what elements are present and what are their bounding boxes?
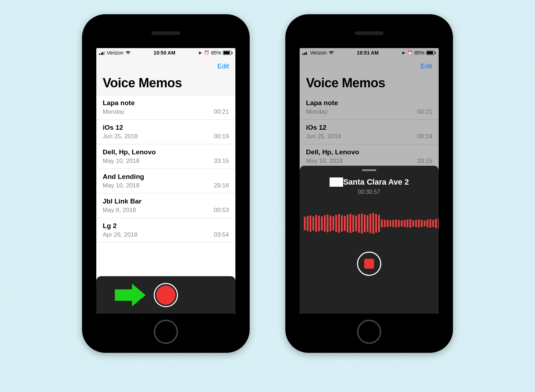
memo-date: Monday [103,108,124,115]
record-bar [96,276,235,314]
signal-icon [302,51,309,55]
memo-title: Dell, Hp, Lenovo [306,148,432,156]
title-bar: Voice Memos [300,74,439,95]
recording-title-row: Santa Clara Ave 2 [330,177,409,187]
memo-date: Monday [306,108,327,115]
memo-title: Dell, Hp, Lenovo [103,148,229,156]
carrier-label: Verizon [107,50,124,56]
title-bar: Voice Memos [96,74,235,95]
screen-right: Verizon 10:51 AM ➤ ⏰ 85% Edit Voice Memo… [300,48,439,314]
nav-bar: Edit [96,57,235,74]
memo-item[interactable]: Lapa noteMonday00:21 [300,95,439,120]
app-title: Voice Memos [103,76,229,91]
memo-meta: Jun 25, 201800:19 [306,133,432,140]
memo-duration: 33:15 [214,158,229,165]
memo-duration: 00:19 [417,133,432,140]
record-icon [156,285,175,305]
memo-meta: May 8, 201800:53 [103,207,229,214]
edit-button[interactable]: Edit [217,62,229,70]
memo-duration: 00:19 [214,133,229,140]
memo-title: Lapa note [306,99,432,107]
battery-icon [223,51,233,55]
memo-meta: Monday00:21 [103,108,229,115]
memo-item[interactable]: Lapa noteMonday00:21 [96,95,235,120]
battery-icon [426,51,436,55]
carrier-label: Verizon [310,50,327,56]
status-bar: Verizon 10:51 AM ➤ ⏰ 85% [300,48,439,57]
alarm-icon: ⏰ [204,50,209,55]
memo-duration: 00:53 [214,207,229,214]
memo-date: Jun 25, 2018 [103,133,138,140]
recording-title: Santa Clara Ave 2 [343,177,409,187]
app-title: Voice Memos [306,76,432,91]
memo-meta: Apr 26, 201803:54 [103,231,229,238]
memo-date: May 10, 2018 [103,182,139,189]
memo-meta: May 10, 201829:16 [103,182,229,189]
alarm-icon: ⏰ [407,50,413,55]
memo-item[interactable]: And LendingMay 10, 201829:16 [96,169,235,194]
nav-bar: Edit [300,57,439,74]
memo-title: iOs 12 [306,124,432,131]
memo-title: Lg 2 [103,222,229,230]
memo-date: May 10, 2018 [306,158,343,165]
memo-item[interactable]: iOs 12Jun 25, 201800:19 [96,120,235,144]
memo-meta: May 10, 201833:15 [103,158,229,165]
edit-button[interactable]: Edit [421,62,432,70]
memo-date: May 10, 2018 [103,158,139,165]
location-icon: ➤ [401,50,406,56]
memo-date: May 8, 2018 [103,207,136,214]
memo-duration: 33:15 [417,158,432,165]
screen-left: Verizon 10:50 AM ➤ ⏰ 85% Edit Voice Memo… [96,48,235,314]
status-bar: Verizon 10:50 AM ➤ ⏰ 85% [96,48,235,57]
memo-duration: 00:21 [214,108,229,115]
recording-elapsed: 00:30.57 [358,189,380,195]
home-button[interactable] [357,320,381,344]
phone-speaker [355,31,383,35]
wifi-icon [328,51,334,55]
memo-item[interactable]: iOs 12Jun 25, 201800:19 [300,120,439,144]
memo-duration: 00:21 [417,108,432,115]
location-icon: ➤ [198,50,202,56]
memo-item[interactable]: Dell, Hp, LenovoMay 10, 201833:15 [300,144,439,169]
battery-percent: 85% [211,50,221,56]
memo-item[interactable]: Lg 2Apr 26, 201803:54 [96,218,235,243]
wifi-icon [125,51,131,55]
stop-button[interactable] [357,252,381,276]
phone-left: Verizon 10:50 AM ➤ ⏰ 85% Edit Voice Memo… [82,14,250,353]
recording-title-obscured [330,177,343,187]
memo-meta: May 10, 201833:15 [306,158,432,165]
home-button[interactable] [154,320,178,344]
sheet-grabber-icon[interactable] [362,169,376,171]
memo-duration: 29:16 [214,182,229,189]
stop-icon [364,259,374,269]
memo-title: And Lending [103,173,229,181]
memo-meta: Jun 25, 201800:19 [103,133,229,140]
annotation-arrow-head-icon [132,284,146,306]
memo-date: Apr 26, 2018 [103,231,137,238]
memo-title: Jbl Link Bar [103,197,229,205]
phone-right: Verizon 10:51 AM ➤ ⏰ 85% Edit Voice Memo… [285,14,453,353]
memo-title: iOs 12 [103,124,229,131]
memo-item[interactable]: Dell, Hp, LenovoMay 10, 201833:15 [96,144,235,169]
phone-speaker [152,31,180,35]
battery-percent: 85% [414,50,424,56]
status-time: 10:50 AM [154,50,175,56]
status-time: 10:51 AM [357,50,379,56]
memo-meta: Monday00:21 [306,108,432,115]
annotation-arrow-icon [115,289,132,301]
memo-list[interactable]: Lapa noteMonday00:21iOs 12Jun 25, 201800… [96,95,235,276]
recording-sheet[interactable]: Santa Clara Ave 2 00:30.57 [300,166,439,314]
record-button[interactable] [154,283,178,307]
memo-title: Lapa note [103,99,229,107]
memo-item[interactable]: Jbl Link BarMay 8, 201800:53 [96,194,235,218]
signal-icon [99,51,105,55]
memo-duration: 03:54 [214,231,229,238]
waveform [300,211,439,236]
memo-date: Jun 25, 2018 [306,133,341,140]
